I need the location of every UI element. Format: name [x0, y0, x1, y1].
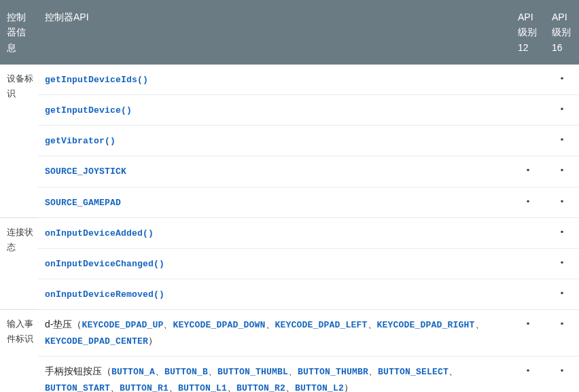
table-row: onInputDeviceChanged()• — [0, 248, 579, 279]
api16-mark: • — [545, 248, 579, 279]
api-code: getVibrator() — [45, 136, 116, 146]
api12-mark — [511, 95, 545, 126]
separator: 、 — [449, 366, 458, 376]
api-cell: onInputDeviceRemoved() — [38, 279, 511, 309]
category-cell: 连接状态 — [0, 217, 38, 309]
api12-mark: • — [511, 357, 545, 392]
api-cell: getInputDeviceIds() — [38, 65, 511, 95]
api-cell: getInputDevice() — [38, 95, 511, 126]
api-cell: getVibrator() — [38, 126, 511, 156]
api-code: KEYCODE_DPAD_DOWN — [173, 320, 265, 330]
api-cell: 手柄按钮按压（BUTTON_A、BUTTON_B、BUTTON_THUMBL、B… — [38, 357, 511, 392]
row-suffix: ） — [148, 335, 158, 346]
api-table: 控制器信息 控制器API API 级别 12 API 级别 16 设备标识get… — [0, 0, 579, 392]
api16-mark: • — [545, 279, 579, 309]
api-link[interactable]: SOURCE_GAMEPAD — [45, 196, 121, 207]
api-link[interactable]: KEYCODE_DPAD_RIGHT — [377, 319, 475, 329]
api-code: BUTTON_THUMBL — [217, 367, 288, 377]
api-link[interactable]: BUTTON_THUMBL — [217, 366, 288, 376]
separator: 、 — [208, 366, 217, 376]
api16-mark: • — [545, 156, 579, 187]
separator: 、 — [368, 366, 378, 376]
api12-mark: • — [511, 156, 545, 187]
row-suffix: ） — [344, 382, 353, 392]
api12-mark — [511, 248, 545, 279]
api-link[interactable]: BUTTON_START — [45, 382, 110, 392]
api12-mark: • — [511, 187, 545, 217]
table-row: 输入事件标识d-垫压（KEYCODE_DPAD_UP、KEYCODE_DPAD_… — [0, 309, 579, 356]
api-code: BUTTON_A — [111, 367, 155, 377]
separator: 、 — [368, 319, 377, 329]
table-row: 设备标识getInputDeviceIds()• — [0, 65, 579, 95]
separator: 、 — [227, 382, 236, 392]
separator: 、 — [169, 382, 178, 392]
api-link[interactable]: onInputDeviceChanged() — [45, 257, 164, 268]
api-code: SOURCE_GAMEPAD — [45, 198, 121, 208]
api-link[interactable]: getInputDevice() — [45, 104, 132, 115]
api16-mark: • — [545, 65, 579, 95]
row-prefix: d-垫压（ — [45, 319, 82, 329]
api-code: onInputDeviceAdded() — [45, 228, 154, 238]
header-info: 控制器信息 — [0, 0, 38, 65]
api16-mark: • — [545, 95, 579, 126]
api-code: getInputDevice() — [45, 105, 132, 115]
api-link[interactable]: BUTTON_R1 — [120, 382, 169, 392]
api-link[interactable]: BUTTON_L1 — [178, 382, 227, 392]
table-row: SOURCE_JOYSTICK•• — [0, 156, 579, 187]
api-code: BUTTON_L2 — [295, 383, 344, 392]
api16-mark: • — [545, 357, 579, 392]
api-link[interactable]: BUTTON_A — [111, 366, 155, 376]
api-code: BUTTON_START — [45, 383, 110, 392]
api-code: onInputDeviceRemoved() — [45, 289, 164, 300]
api-code: KEYCODE_DPAD_LEFT — [275, 320, 368, 330]
category-cell: 设备标识 — [0, 65, 38, 217]
api-link[interactable]: BUTTON_B — [164, 366, 208, 376]
api-code: BUTTON_B — [164, 367, 208, 377]
api12-mark — [511, 65, 545, 95]
api-link[interactable]: BUTTON_THUMBR — [298, 366, 368, 376]
api-code: BUTTON_R2 — [236, 383, 285, 392]
api-code: BUTTON_SELECT — [378, 367, 449, 377]
separator: 、 — [288, 366, 298, 376]
api-code: BUTTON_THUMBR — [298, 367, 368, 377]
api-link[interactable]: onInputDeviceRemoved() — [45, 288, 164, 299]
api-link[interactable]: KEYCODE_DPAD_LEFT — [275, 319, 368, 329]
api-code: SOURCE_JOYSTICK — [45, 166, 126, 177]
category-cell: 输入事件标识 — [0, 309, 38, 392]
header-controller-api: 控制器API — [38, 0, 511, 65]
api-link[interactable]: getVibrator() — [45, 135, 116, 145]
api16-mark: • — [545, 309, 579, 356]
table-row: onInputDeviceRemoved()• — [0, 279, 579, 309]
api-link[interactable]: getInputDeviceIds() — [45, 73, 148, 84]
api-link[interactable]: KEYCODE_DPAD_CENTER — [45, 335, 148, 346]
api-code: getInputDeviceIds() — [45, 75, 148, 85]
api-code: KEYCODE_DPAD_UP — [82, 320, 163, 330]
api-code: KEYCODE_DPAD_RIGHT — [377, 320, 475, 330]
api-link[interactable]: SOURCE_JOYSTICK — [45, 165, 126, 176]
separator: 、 — [475, 319, 485, 329]
table-row: 手柄按钮按压（BUTTON_A、BUTTON_B、BUTTON_THUMBL、B… — [0, 357, 579, 392]
api-link[interactable]: BUTTON_L2 — [295, 382, 344, 392]
api-cell: onInputDeviceAdded() — [38, 217, 511, 248]
api16-mark: • — [545, 217, 579, 248]
api-cell: SOURCE_JOYSTICK — [38, 156, 511, 187]
table-row: getInputDevice()• — [0, 95, 579, 126]
row-prefix: 手柄按钮按压（ — [45, 366, 111, 376]
api12-mark — [511, 126, 545, 156]
api-link[interactable]: BUTTON_R2 — [236, 382, 285, 392]
api-code: onInputDeviceChanged() — [45, 259, 164, 269]
table-row: SOURCE_GAMEPAD•• — [0, 187, 579, 217]
api-cell: SOURCE_GAMEPAD — [38, 187, 511, 217]
header-api16: API 级别 16 — [545, 0, 579, 65]
api-cell: d-垫压（KEYCODE_DPAD_UP、KEYCODE_DPAD_DOWN、K… — [38, 309, 511, 356]
api-link[interactable]: KEYCODE_DPAD_DOWN — [173, 319, 265, 329]
api-link[interactable]: BUTTON_SELECT — [378, 366, 449, 376]
separator: 、 — [163, 319, 173, 329]
separator: 、 — [155, 366, 164, 376]
api-link[interactable]: onInputDeviceAdded() — [45, 227, 154, 238]
api-link[interactable]: KEYCODE_DPAD_UP — [82, 319, 163, 329]
api16-mark: • — [545, 187, 579, 217]
separator: 、 — [285, 382, 295, 392]
api16-mark: • — [545, 126, 579, 156]
api-cell: onInputDeviceChanged() — [38, 248, 511, 279]
